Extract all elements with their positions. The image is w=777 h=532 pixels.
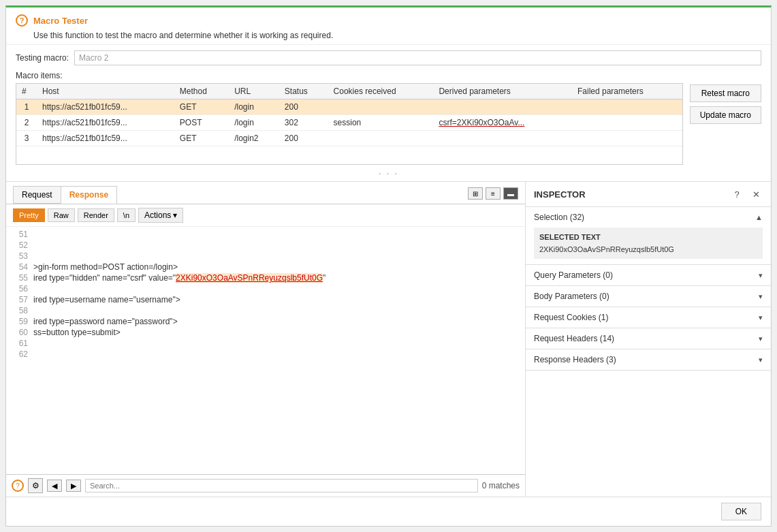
code-line: 51 xyxy=(6,230,525,240)
ok-button[interactable]: OK xyxy=(721,503,761,520)
code-line: 56 xyxy=(6,284,525,295)
section-chevron: ▾ xyxy=(759,356,763,364)
actions-label: Actions xyxy=(144,210,171,220)
col-header-status: Status xyxy=(279,84,328,99)
divider: · · · xyxy=(6,165,771,181)
search-help-icon[interactable]: ? xyxy=(12,480,24,492)
col-header-failed: Failed parameters xyxy=(572,84,682,99)
inspector-section-label: Response Headers (3) xyxy=(534,355,759,364)
header-description: Use this function to test the macro and … xyxy=(33,31,761,40)
inspector-section: Request Headers (14)▾ xyxy=(526,328,771,349)
code-line: 59ired type=password name="password"> xyxy=(6,317,525,328)
macro-items-label: Macro items: xyxy=(6,68,771,83)
col-header-num: # xyxy=(16,84,37,99)
tab-request[interactable]: Request xyxy=(13,186,61,204)
section-chevron: ▾ xyxy=(759,292,763,301)
help-icon: ? xyxy=(16,14,28,27)
table-row[interactable]: 3https://ac521fb01fc59...GET/login2200 xyxy=(16,131,682,146)
testing-macro-input[interactable] xyxy=(74,50,761,65)
view-split-icon[interactable]: ⊞ xyxy=(468,187,483,200)
testing-macro-label: Testing macro: xyxy=(16,53,69,63)
inspector-section-label: Request Headers (14) xyxy=(534,334,759,343)
table-row[interactable]: 2https://ac521fb01fc59...POST/login302se… xyxy=(16,115,682,131)
update-macro-button[interactable]: Update macro xyxy=(690,106,761,124)
col-header-cookies: Cookies received xyxy=(328,84,434,99)
format-render-button[interactable]: Render xyxy=(78,208,114,222)
code-line: 62 xyxy=(6,349,525,360)
format-pretty-button[interactable]: Pretty xyxy=(13,208,45,222)
inspector-section-header[interactable]: Response Headers (3)▾ xyxy=(526,349,771,370)
view-list-icon[interactable]: ≡ xyxy=(486,187,501,200)
code-line: 60ss=button type=submit> xyxy=(6,328,525,339)
code-line: 61 xyxy=(6,339,525,349)
code-line: 54>gin-form method=POST action=/login> xyxy=(6,262,525,273)
section-chevron: ▾ xyxy=(759,271,763,280)
col-header-method: Method xyxy=(174,84,229,99)
selection-chevron: ▲ xyxy=(755,213,763,221)
search-settings-icon[interactable]: ⚙ xyxy=(28,478,43,493)
search-input[interactable] xyxy=(85,479,478,492)
view-full-icon[interactable]: ▬ xyxy=(503,187,518,200)
section-chevron: ▾ xyxy=(759,313,763,322)
col-header-url: URL xyxy=(229,84,279,99)
inspector-section: Body Parameters (0)▾ xyxy=(526,286,771,307)
inspector-section-header[interactable]: Query Parameters (0)▾ xyxy=(526,265,771,285)
selected-text-box: SELECTED TEXT 2XKi90xO3OaAvSPnRReyuzqslb… xyxy=(534,228,763,259)
table-row[interactable]: 1https://ac521fb01fc59...GET/login200 xyxy=(16,99,682,115)
actions-dropdown-icon: ▾ xyxy=(173,210,177,220)
actions-button[interactable]: Actions ▾ xyxy=(138,208,183,223)
inspector-help-icon[interactable]: ? xyxy=(730,187,744,201)
format-raw-button[interactable]: Raw xyxy=(48,208,75,222)
inspector-section-label: Body Parameters (0) xyxy=(534,292,759,301)
col-header-derived: Derived parameters xyxy=(433,84,572,99)
col-header-host: Host xyxy=(37,84,174,99)
selected-text-header: SELECTED TEXT xyxy=(539,233,757,241)
inspector-section: Request Cookies (1)▾ xyxy=(526,307,771,328)
retest-macro-button[interactable]: Retest macro xyxy=(690,84,761,102)
search-next-button[interactable]: ▶ xyxy=(66,480,81,492)
inspector-section-header[interactable]: Request Cookies (1)▾ xyxy=(526,307,771,328)
tab-response[interactable]: Response xyxy=(61,186,117,204)
inspector-section-header[interactable]: Request Headers (14)▾ xyxy=(526,328,771,349)
inspector-section-label: Request Cookies (1) xyxy=(534,313,759,322)
section-chevron: ▾ xyxy=(759,334,763,343)
selection-section: Selection (32) ▲ SELECTED TEXT 2XKi90xO3… xyxy=(526,207,771,265)
selection-label: Selection (32) xyxy=(534,213,755,222)
search-prev-button[interactable]: ◀ xyxy=(47,480,62,492)
code-area[interactable]: 51525354>gin-form method=POST action=/lo… xyxy=(6,227,525,474)
inspector-section-label: Query Parameters (0) xyxy=(534,270,759,280)
code-line: 53 xyxy=(6,251,525,262)
code-line: 57ired type=username name="username"> xyxy=(6,295,525,306)
inspector-section: Response Headers (3)▾ xyxy=(526,349,771,371)
code-line: 52 xyxy=(6,240,525,251)
inspector-title: INSPECTOR xyxy=(534,189,725,200)
selected-text-value: 2XKi90xO3OaAvSPnRReyuzqslb5fUt0G xyxy=(539,245,757,253)
matches-count: 0 matches xyxy=(482,481,520,490)
inspector-panel: INSPECTOR ? ✕ Selection (32) ▲ SELECTED … xyxy=(526,182,771,497)
inspector-close-button[interactable]: ✕ xyxy=(749,187,763,201)
selection-header[interactable]: Selection (32) ▲ xyxy=(526,207,771,228)
inspector-section-header[interactable]: Body Parameters (0)▾ xyxy=(526,286,771,307)
code-line: 55ired type="hidden" name="csrf" value="… xyxy=(6,273,525,284)
inspector-section: Query Parameters (0)▾ xyxy=(526,265,771,286)
code-line: 58 xyxy=(6,306,525,317)
format-newline-button[interactable]: \n xyxy=(117,208,136,222)
page-title: Macro Tester xyxy=(33,16,88,26)
